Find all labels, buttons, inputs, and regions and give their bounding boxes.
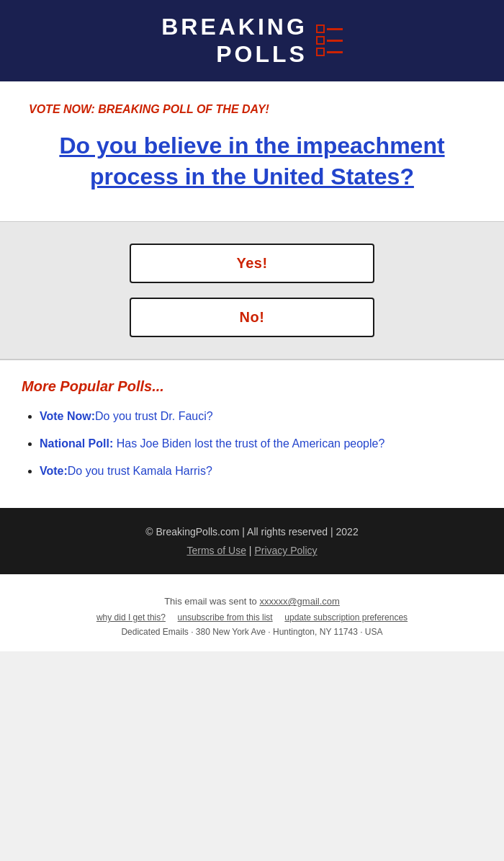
unsubscribe-link[interactable]: unsubscribe from this list (178, 612, 273, 623)
footer: © BreakingPolls.com | All rights reserve… (0, 508, 504, 574)
privacy-link[interactable]: Privacy Policy (254, 545, 317, 556)
vote-now-label: VOTE NOW: BREAKING POLL OF THE DAY! (29, 103, 475, 116)
update-link[interactable]: update subscription preferences (284, 612, 408, 623)
sent-text: This email was sent to (164, 596, 259, 607)
poll-label-2: National Poll: (40, 437, 113, 450)
poll-link-2[interactable]: National Poll: Has Joe Biden lost the tr… (40, 437, 384, 450)
logo-icon-row-3 (316, 48, 343, 56)
poll-label-1: Vote Now: (40, 410, 95, 422)
why-link[interactable]: why did I get this? (96, 612, 166, 623)
no-button[interactable]: No! (130, 298, 374, 337)
logo-line-3 (327, 51, 343, 53)
logo-box-2 (316, 36, 325, 45)
logo-icon-row-2 (316, 36, 343, 45)
vote-now-prefix: VOTE NOW: (29, 103, 98, 115)
buttons-area: Yes! No! (0, 221, 504, 360)
poll-link-1[interactable]: Vote Now:Do you trust Dr. Fauci? (40, 410, 213, 422)
poll-link-3[interactable]: Vote:Do you trust Kamala Harris? (40, 465, 212, 477)
logo-icon-row-1 (316, 24, 343, 33)
list-item: Vote Now:Do you trust Dr. Fauci? (40, 408, 482, 425)
logo-line-2 (327, 40, 343, 42)
email-address[interactable]: xxxxxx@gmail.com (259, 596, 339, 607)
list-item: Vote:Do you trust Kamala Harris? (40, 463, 482, 480)
vote-now-italic: BREAKING POLL OF THE DAY! (98, 103, 269, 115)
header-logo: BREAKING POLLS (14, 13, 490, 68)
header: BREAKING POLLS (0, 0, 504, 81)
more-polls-section: More Popular Polls... Vote Now:Do you tr… (0, 360, 504, 508)
logo-icon (316, 24, 343, 56)
list-item: National Poll: Has Joe Biden lost the tr… (40, 435, 482, 452)
email-address-line: Dedicated Emails · 380 New York Ave · Hu… (14, 627, 490, 637)
main-content: VOTE NOW: BREAKING POLL OF THE DAY! Do y… (0, 81, 504, 221)
email-manage-links: why did I get this? unsubscribe from thi… (14, 612, 490, 623)
poll-question: Do you believe in the impeachment proces… (29, 130, 475, 192)
logo-line-1 (327, 28, 343, 30)
footer-copyright: © BreakingPolls.com | All rights reserve… (14, 526, 490, 537)
logo-box-3 (316, 48, 325, 56)
more-polls-title: More Popular Polls... (22, 378, 482, 395)
poll-text-3: Do you trust Kamala Harris? (68, 465, 212, 477)
yes-button[interactable]: Yes! (130, 244, 374, 283)
polls-list: Vote Now:Do you trust Dr. Fauci? Nationa… (22, 408, 482, 480)
footer-links: Terms of Use | Privacy Policy (14, 545, 490, 556)
poll-text-1: Do you trust Dr. Fauci? (95, 410, 213, 422)
logo-box-1 (316, 24, 325, 33)
terms-link[interactable]: Terms of Use (186, 545, 246, 556)
logo-text: BREAKING POLLS (161, 13, 307, 68)
poll-label-3: Vote: (40, 465, 68, 477)
poll-text-2: Has Joe Biden lost the trust of the Amer… (113, 437, 384, 450)
email-sent-info: This email was sent to xxxxxx@gmail.com (14, 596, 490, 607)
email-wrapper: BREAKING POLLS VOTE NOW: (0, 0, 504, 651)
email-footer: This email was sent to xxxxxx@gmail.com … (0, 574, 504, 651)
